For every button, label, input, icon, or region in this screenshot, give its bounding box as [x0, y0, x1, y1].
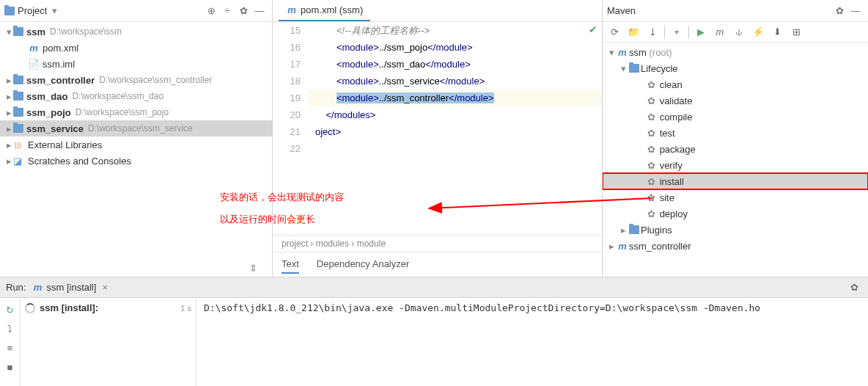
hide-icon[interactable]: — — [251, 3, 268, 19]
lifecycle-test[interactable]: ✿ test — [603, 125, 868, 141]
gear-icon: ✿ — [645, 79, 657, 90]
collapse-icon[interactable]: ÷ — [219, 3, 235, 19]
stop-icon[interactable]: ■ — [3, 360, 18, 374]
tree-file-pom[interactable]: m pom.xml — [0, 40, 272, 56]
rerun-icon[interactable]: ↻ — [3, 302, 18, 317]
lifecycle-compile[interactable]: ✿ compile — [603, 109, 868, 125]
run-tree: ssm [install]: 1 s — [21, 298, 196, 386]
run-sidebar: ↻ ⤵ ≡ ■ — [0, 298, 21, 386]
run-header: Run: m ssm [install] × ✿ — [0, 277, 868, 298]
project-panel: Project ▾ ⊕ ÷ ✿ — ▾ ssm D:\workspace\ssm… — [0, 0, 273, 277]
tree-scratches[interactable]: ▸ ◪ Scratches and Consoles — [0, 153, 272, 169]
folder-icon — [628, 64, 641, 73]
generate-icon[interactable]: 📁 — [625, 24, 642, 40]
tree-file-iml[interactable]: 📄 ssm.iml — [0, 56, 272, 72]
library-icon: ⫼ — [13, 139, 25, 150]
folder-icon — [13, 27, 23, 36]
editor-bottom-tabs: Text Dependency Analyzer — [273, 252, 602, 277]
gear-icon: ✿ — [645, 95, 657, 106]
run-panel: Run: m ssm [install] × ✿ ↻ ⤵ ≡ ■ ssm [in… — [0, 277, 868, 386]
file-icon: 📄 — [28, 59, 40, 70]
lifecycle-install[interactable]: ✿ install — [603, 173, 868, 189]
folder-icon — [13, 76, 23, 84]
breadcrumb[interactable]: project › modules › module — [273, 235, 602, 252]
maven-toolbar: ⟳ 📁 ⤓ + ▶ m ⫝ ⚡ ⬇ ⊞ — [603, 22, 868, 43]
lifecycle-package[interactable]: ✿ package — [603, 141, 868, 157]
tree-module[interactable]: ▸ ssm_dao D:\workspace\ssm_dao — [0, 88, 272, 104]
maven-lifecycle[interactable]: ▾ Lifecycle — [603, 60, 868, 76]
maven-icon: m — [28, 43, 40, 54]
line-gutter: 1516171819202122 — [273, 22, 308, 235]
tree-root[interactable]: ▾ ssm D:\workspace\ssm — [0, 23, 272, 40]
run-output[interactable]: D:\soft\jdk1.8.0_212\bin\java.exe -Dmave… — [196, 298, 868, 386]
step-icon[interactable]: ⤵ — [3, 321, 18, 336]
skip-tests-icon[interactable]: ⚡ — [749, 24, 767, 40]
lifecycle-verify[interactable]: ✿ verify — [603, 157, 868, 173]
maven-panel: Maven ✿ — ⟳ 📁 ⤓ + ▶ m ⫝ ⚡ ⬇ ⊞ ▾ m ssm (r… — [603, 0, 868, 277]
lifecycle-clean[interactable]: ✿ clean — [603, 76, 868, 92]
reload-icon[interactable]: ⟳ — [606, 24, 623, 40]
maven-root[interactable]: ▾ m ssm (root) — [603, 44, 868, 60]
maven-icon: m — [32, 282, 43, 293]
maven-icon: m — [616, 47, 629, 58]
maven-header: Maven ✿ — — [603, 0, 868, 22]
run-icon[interactable]: ▶ — [692, 24, 710, 40]
project-header: Project ▾ ⊕ ÷ ✿ — — [0, 0, 272, 22]
close-icon[interactable]: × — [102, 282, 108, 293]
download-icon[interactable]: ⤓ — [644, 24, 661, 40]
gear-icon: ✿ — [645, 176, 657, 187]
run-tab[interactable]: m ssm [install] × — [32, 282, 108, 293]
settings-icon[interactable]: ✿ — [235, 3, 251, 19]
tab-dependency-analyzer[interactable]: Dependency Analyzer — [317, 255, 409, 274]
run-label: Run: — [6, 282, 26, 293]
folder-icon — [13, 124, 23, 133]
maven-sub-module[interactable]: ▸ m ssm_controller — [603, 238, 868, 254]
offline-icon[interactable]: ⬇ — [768, 24, 786, 40]
gear-icon: ✿ — [645, 128, 657, 139]
filter-icon[interactable]: ≡ — [3, 341, 18, 355]
code-editor[interactable]: 1516171819202122 <!--具体的工程名称--> <module>… — [273, 22, 602, 235]
project-tree: ▾ ssm D:\workspace\ssm m pom.xml 📄 ssm.i… — [0, 22, 272, 277]
tree-module-selected[interactable]: ▸ ssm_service D:\workspace\ssm_service — [0, 120, 272, 136]
maven-title: Maven — [607, 5, 636, 16]
folder-icon — [13, 92, 23, 101]
scratch-icon: ◪ — [13, 156, 25, 167]
maven-tree: ▾ m ssm (root) ▾ Lifecycle ✿ clean ✿ val… — [603, 43, 868, 277]
tree-module[interactable]: ▸ ssm_pojo D:\workspace\ssm_pojo — [0, 104, 272, 120]
settings-icon[interactable]: ✿ — [831, 3, 847, 19]
spinner-icon — [25, 303, 35, 313]
tab-text[interactable]: Text — [282, 255, 299, 274]
maven-plugins[interactable]: ▸ Plugins — [603, 222, 868, 238]
tree-external-libs[interactable]: ▸ ⫼ External Libraries — [0, 136, 272, 153]
gear-icon: ✿ — [645, 160, 657, 171]
folder-icon — [13, 108, 23, 117]
folder-icon — [4, 7, 15, 15]
lifecycle-validate[interactable]: ✿ validate — [603, 92, 868, 109]
settings-icon[interactable]: ✿ — [846, 280, 862, 296]
gear-icon: ✿ — [645, 112, 657, 123]
dropdown-icon[interactable]: ▾ — [50, 5, 59, 16]
hide-icon[interactable]: — — [847, 3, 864, 19]
resize-handle-icon[interactable]: ⇕ — [249, 263, 257, 274]
lifecycle-deploy[interactable]: ✿ deploy — [603, 205, 868, 222]
editor-panel: m pom.xml (ssm) ✔ 1516171819202122 <!--具… — [273, 0, 603, 277]
gear-icon: ✿ — [645, 144, 657, 155]
project-title: Project — [18, 5, 47, 16]
m-icon[interactable]: m — [711, 24, 729, 40]
lifecycle-site[interactable]: ✿ site — [603, 189, 868, 205]
editor-tabs: m pom.xml (ssm) — [273, 0, 602, 22]
maven-icon: m — [616, 241, 629, 252]
editor-tab[interactable]: m pom.xml (ssm) — [279, 0, 370, 21]
gear-icon: ✿ — [645, 192, 657, 203]
run-task-row[interactable]: ssm [install]: 1 s — [25, 302, 191, 313]
target-icon[interactable]: ⊕ — [203, 3, 219, 19]
tree-module[interactable]: ▸ ssm_controller D:\workspace\ssm_contro… — [0, 72, 272, 88]
gear-icon: ✿ — [645, 208, 657, 219]
add-icon[interactable]: + — [668, 24, 685, 40]
folder-icon — [628, 225, 641, 234]
graph-icon[interactable]: ⊞ — [787, 24, 805, 40]
toggle-icon[interactable]: ⫝ — [730, 24, 748, 40]
maven-icon: m — [286, 4, 298, 15]
